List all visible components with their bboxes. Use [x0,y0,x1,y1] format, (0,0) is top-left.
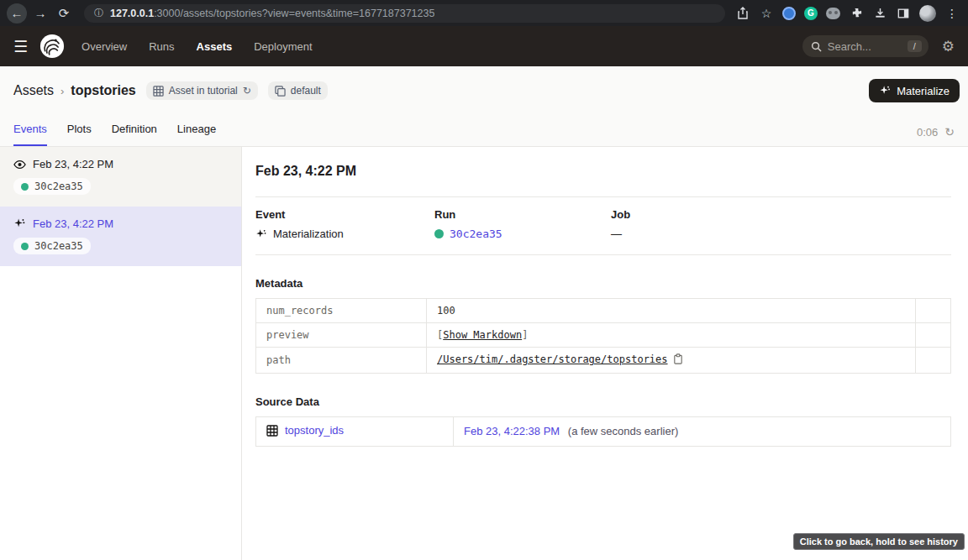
app-top-nav: ☰ Overview Runs Assets Deployment Search… [0,26,968,66]
run-column-label: Run [434,208,611,221]
source-data-heading: Source Data [255,395,951,408]
event-time: Feb 23, 4:22 PM [33,217,113,230]
dagster-logo[interactable] [39,34,65,59]
nav-item-runs[interactable]: Runs [149,40,174,53]
source-time-note: (a few seconds earlier) [568,425,679,437]
source-time-link[interactable]: Feb 23, 4:22:38 PM [464,425,560,437]
metadata-key: num_records [256,299,427,323]
extensions-puzzle-icon[interactable] [849,6,864,21]
event-detail-title: Feb 23, 4:22 PM [255,164,951,179]
source-time-cell: Feb 23, 4:22:38 PM (a few seconds earlie… [454,417,951,447]
browser-toolbar: ← → ⟳ ⓘ 127.0.0.1:3000/assets/topstories… [0,0,968,26]
search-shortcut-badge: / [908,40,922,52]
sparkle-icon [13,217,26,230]
share-icon[interactable] [735,6,750,21]
back-button-history-tooltip: Click to go back, hold to see history [793,533,965,550]
browser-menu-icon[interactable]: ⋮ [944,6,960,21]
event-type-value: Materialization [273,228,344,240]
path-link[interactable]: /Users/tim/.dagster/storage/topstories [437,353,668,365]
side-panel-icon[interactable] [896,6,911,21]
metadata-spacer-cell [916,348,951,374]
metadata-value: /Users/tim/.dagster/storage/topstories [427,348,916,374]
hamburger-menu-icon[interactable]: ☰ [13,39,28,55]
tab-definition[interactable]: Definition [112,123,157,146]
bracket: ] [522,329,528,341]
table-icon [266,425,278,437]
source-asset-link[interactable]: topstory_ids [266,424,344,437]
url-text[interactable]: 127.0.0.1:3000/assets/topstories?view=ev… [110,8,434,19]
event-detail-panel: Feb 23, 4:22 PM Event Materialization Ru… [242,147,968,560]
source-asset-name: topstory_ids [285,424,344,437]
breadcrumb: Assets › topstories [13,83,136,98]
metadata-key: preview [256,323,427,348]
copy-to-clipboard-icon[interactable] [673,355,683,367]
job-value: — [611,228,951,240]
run-id: 30c2ea35 [34,240,83,252]
event-list-item-observation[interactable]: Feb 23, 4:22 PM 30c2ea35 [0,147,241,207]
browser-profile-avatar[interactable] [919,5,936,22]
nav-item-deployment[interactable]: Deployment [254,40,312,53]
main-nav: Overview Runs Assets Deployment [82,40,313,53]
browser-back-button[interactable]: ← [7,3,27,24]
run-status-dot [21,183,29,191]
metadata-table: num_records 100 preview [Show Markdown] … [255,298,951,374]
materialize-button[interactable]: Materialize [869,79,960,102]
address-bar[interactable]: ⓘ 127.0.0.1:3000/assets/topstories?view=… [84,4,725,23]
tab-events[interactable]: Events [13,123,47,146]
materialize-button-label: Materialize [897,85,950,97]
run-id-pill[interactable]: 30c2ea35 [13,178,91,195]
run-status-dot [434,229,444,238]
reload-definitions-icon[interactable]: ↻ [243,85,251,97]
divider [255,254,951,255]
url-host: 127.0.0.1 [110,8,154,19]
asset-group-badge-label: Asset in tutorial [169,85,238,97]
eye-icon [13,160,26,170]
url-rest: :3000/assets/topstories?view=events&time… [154,8,434,19]
browser-forward-button[interactable]: → [30,3,50,24]
breadcrumb-assets-link[interactable]: Assets [13,83,54,98]
tab-plots[interactable]: Plots [67,123,92,146]
browser-refresh-button[interactable]: ⟳ [54,3,74,24]
job-column-label: Job [611,208,951,221]
metadata-value: 100 [427,299,916,323]
event-time: Feb 23, 4:22 PM [33,158,113,170]
extension-gray-icon[interactable] [826,8,840,19]
grammarly-extension-icon[interactable]: G [804,7,818,20]
table-row: topstory_ids Feb 23, 4:22:38 PM (a few s… [256,417,951,447]
show-markdown-link[interactable]: Show Markdown [443,329,522,341]
table-row: num_records 100 [256,299,951,323]
copies-icon [275,86,286,97]
source-asset-cell: topstory_ids [256,417,454,447]
metadata-spacer-cell [916,323,951,348]
asset-page-header: Assets › topstories Asset in tutorial ↻ … [0,66,968,147]
event-list-sidebar: Feb 23, 4:22 PM 30c2ea35 Feb 23, 4:22 PM… [0,147,242,560]
table-icon [153,86,164,97]
extension-blue-icon[interactable] [782,7,796,20]
metadata-value: [Show Markdown] [427,323,916,348]
refresh-countdown: 0:06 [917,126,938,139]
sparkle-icon [879,85,891,97]
nav-item-overview[interactable]: Overview [82,40,127,53]
run-status-dot [21,243,29,250]
search-icon [811,41,822,52]
settings-gear-icon[interactable]: ⚙ [942,39,955,54]
tab-lineage[interactable]: Lineage [177,123,216,146]
asset-group-badge[interactable]: Asset in tutorial ↻ [146,81,258,100]
download-icon[interactable] [872,6,887,21]
refresh-icon[interactable]: ↻ [944,125,955,139]
nav-item-assets[interactable]: Assets [197,40,233,53]
event-list-item-materialization[interactable]: Feb 23, 4:22 PM 30c2ea35 [0,207,241,266]
site-info-icon[interactable]: ⓘ [94,7,103,19]
run-id: 30c2ea35 [34,181,83,192]
table-row: path /Users/tim/.dagster/storage/topstor… [256,348,951,374]
run-id-pill[interactable]: 30c2ea35 [13,238,91,254]
asset-tabs: Events Plots Definition Lineage [13,123,216,146]
search-input[interactable]: Search... / [802,35,929,57]
metadata-key: path [256,348,427,374]
bookmark-star-icon[interactable]: ☆ [759,6,774,21]
repo-badge[interactable]: default [268,81,328,100]
search-placeholder: Search... [828,40,902,53]
refresh-timer: 0:06 ↻ [917,125,955,146]
metadata-heading: Metadata [255,277,951,290]
run-id-link[interactable]: 30c2ea35 [450,228,502,240]
